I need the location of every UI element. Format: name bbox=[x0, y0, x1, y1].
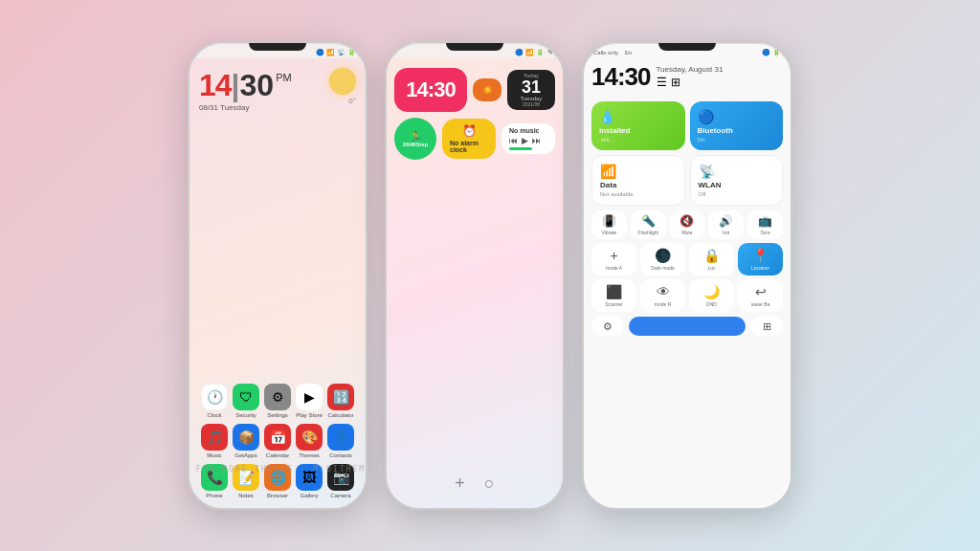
installed-icon: 💧 bbox=[599, 109, 678, 124]
mode-r-icon: 👁 bbox=[657, 284, 670, 299]
cc-screen[interactable]: 📺 Scre bbox=[747, 210, 783, 239]
phone-right-wrapper: Calls only En 🔵 🔋 14:30 Tuesday, August … bbox=[582, 41, 792, 510]
app-row-1: 🕐 Clock 🛡 Security ⚙ Settings ▶ Play Sto… bbox=[199, 384, 356, 418]
installed-sub: ·still... bbox=[599, 137, 678, 143]
widget-alarm[interactable]: ⏰ No alarm clock bbox=[442, 119, 496, 159]
app-security[interactable]: 🛡 Security bbox=[231, 384, 261, 418]
cc-location[interactable]: 📍 Location bbox=[738, 243, 783, 276]
widget-calendar[interactable]: Today 31 Tuesday 2021/08 bbox=[507, 70, 555, 110]
camera-label: Camera bbox=[330, 493, 350, 498]
cc-mute[interactable]: 🔇 Mute bbox=[670, 210, 705, 239]
app-browser[interactable]: 🌐 Browser bbox=[262, 464, 293, 498]
app-grid-left: 🕐 Clock 🛡 Security ⚙ Settings ▶ Play Sto… bbox=[199, 384, 356, 498]
app-gallery[interactable]: 🖼 Gallery bbox=[294, 464, 324, 498]
edit-button[interactable]: ✎ bbox=[547, 49, 553, 56]
app-clock[interactable]: 🕐 Clock bbox=[199, 384, 230, 418]
cc-settings-btn[interactable]: ⚙ bbox=[591, 317, 624, 336]
play-icon[interactable]: ▶ bbox=[522, 136, 528, 145]
app-music[interactable]: 🎵 Music bbox=[199, 424, 230, 458]
settings-label: Settings bbox=[267, 412, 288, 418]
cc-mode-a[interactable]: + mode A bbox=[591, 243, 636, 276]
grid-icon[interactable]: ⊞ bbox=[671, 76, 680, 89]
cc-flashlight[interactable]: 🔦 Flashlight bbox=[631, 210, 666, 239]
saver-label: saver Ba bbox=[751, 301, 770, 307]
playstore-icon: ▶ bbox=[296, 384, 323, 410]
app-contacts[interactable]: 👤 Contacts bbox=[325, 424, 356, 458]
widget-weather-sm[interactable]: ☀️ bbox=[473, 78, 501, 101]
wlan-icon: 📡 bbox=[699, 164, 775, 179]
cc-tile-wlan[interactable]: 📡 WLAN Off bbox=[690, 155, 784, 206]
steps-count: 2648Step bbox=[403, 142, 428, 147]
cc-tile-data[interactable]: 📶 Data Not available bbox=[591, 155, 685, 206]
next-icon[interactable]: ⏭ bbox=[532, 136, 541, 145]
cc-tile-bluetooth[interactable]: 🔵 Bluetooth On bbox=[690, 101, 784, 150]
app-phone[interactable]: 📞 Phone bbox=[199, 464, 230, 498]
phone-icon: 📞 bbox=[201, 464, 228, 491]
date-left: 08/31 Tuesday bbox=[199, 103, 292, 112]
phone-mid: 🔵 📶 🔋 ✎ 14:30 ☀️ Today 31 Tuesday 2021/0… bbox=[385, 41, 565, 510]
time-display-left: 14 | 30 PM bbox=[199, 68, 292, 103]
cc-header-icons: ☰ ⊞ bbox=[657, 76, 724, 89]
app-calendar[interactable]: 📅 Calendar bbox=[262, 424, 293, 458]
app-notes[interactable]: 📝 Notes bbox=[231, 464, 261, 498]
gallery-icon: 🖼 bbox=[296, 464, 323, 491]
bt-icon-mid: 🔵 bbox=[515, 49, 523, 56]
cc-extra-btn[interactable]: ⊞ bbox=[750, 317, 783, 336]
list-icon[interactable]: ☰ bbox=[657, 76, 667, 89]
right-screen: 14:30 Tuesday, August 31 ☰ ⊞ 💧 installed… bbox=[584, 58, 791, 508]
cc-hot[interactable]: 🔊 hot bbox=[708, 210, 744, 239]
mid-nav-bar: + ○ bbox=[394, 474, 555, 498]
phone-mid-notch bbox=[446, 43, 503, 51]
cc-saver[interactable]: ↩ saver Ba bbox=[738, 279, 783, 312]
widget-row-1: 14:30 ☀️ Today 31 Tuesday 2021/08 bbox=[394, 68, 555, 112]
calculator-label: Calculator bbox=[327, 412, 353, 418]
cc-dnd[interactable]: 🌙 DND bbox=[689, 279, 734, 312]
prev-icon[interactable]: ⏮ bbox=[509, 136, 518, 145]
battery-icon-right: 🔋 bbox=[772, 49, 781, 56]
app-settings[interactable]: ⚙ Settings bbox=[262, 384, 293, 418]
lock-icon: 🔒 bbox=[703, 248, 720, 263]
flashlight-icon: 🔦 bbox=[641, 214, 656, 228]
notes-icon: 📝 bbox=[233, 464, 259, 491]
cc-mode-r[interactable]: 👁 mode R bbox=[640, 279, 685, 312]
vibrate-icon: 📳 bbox=[602, 214, 616, 228]
calls-only: Calls only bbox=[593, 50, 618, 55]
cc-time: 14:30 bbox=[591, 62, 651, 92]
battery-icon: 🔋 bbox=[347, 49, 356, 56]
wifi-icon: 📡 bbox=[337, 49, 345, 56]
mode-a-label: mode A bbox=[606, 265, 622, 271]
bluetooth-label: Bluetooth bbox=[698, 126, 776, 135]
app-getapps[interactable]: 📦 GetApps bbox=[231, 424, 261, 458]
hot-icon: 🔊 bbox=[719, 214, 733, 228]
app-playstore[interactable]: ▶ Play Store bbox=[294, 384, 324, 418]
dnd-label: DND bbox=[706, 301, 717, 307]
mute-icon: 🔇 bbox=[679, 214, 694, 228]
phone-left: 🔵 📶 📡 🔋 14 | 30 PM 08/31 Tuesday bbox=[188, 41, 368, 510]
hour-left: 14 bbox=[199, 68, 232, 103]
app-calculator[interactable]: 🔢 Calculator bbox=[325, 384, 356, 418]
cc-tile-installed[interactable]: 💧 installed ·still... bbox=[591, 101, 685, 150]
app-themes[interactable]: 🎨 Themes bbox=[294, 424, 324, 458]
location-icon: 📍 bbox=[752, 248, 768, 263]
weather-right: 0° bbox=[329, 68, 356, 105]
widget-time-big[interactable]: 14:30 bbox=[394, 68, 467, 112]
cc-brightness-slider[interactable] bbox=[629, 317, 746, 336]
extra-btn-icon: ⊞ bbox=[763, 320, 771, 333]
sep-left: | bbox=[232, 68, 240, 103]
app-camera[interactable]: 📷 Camera bbox=[325, 464, 356, 498]
cc-scanner[interactable]: ⬛ Scanner bbox=[591, 279, 636, 312]
alarm-text: No alarm clock bbox=[450, 140, 488, 153]
widget-steps[interactable]: 🏃 2648Step bbox=[394, 118, 436, 160]
battery-icon-mid: 🔋 bbox=[536, 49, 545, 56]
getapps-label: GetApps bbox=[234, 452, 256, 458]
cc-vibrate[interactable]: 📳 Vibrate bbox=[591, 210, 627, 239]
cc-dark-mode[interactable]: 🌑 Dark mode bbox=[640, 243, 685, 276]
music-controls: ⏮ ▶ ⏭ bbox=[509, 136, 547, 145]
music-widget-label: No music bbox=[509, 127, 547, 134]
add-button[interactable]: + bbox=[455, 474, 465, 494]
cc-lock[interactable]: 🔒 Loc bbox=[689, 243, 734, 276]
home-button[interactable]: ○ bbox=[484, 474, 495, 494]
widget-music[interactable]: No music ⏮ ▶ ⏭ bbox=[501, 123, 555, 154]
mute-label: Mute bbox=[681, 230, 692, 235]
widget-weather-stack: ☀️ bbox=[473, 78, 501, 101]
